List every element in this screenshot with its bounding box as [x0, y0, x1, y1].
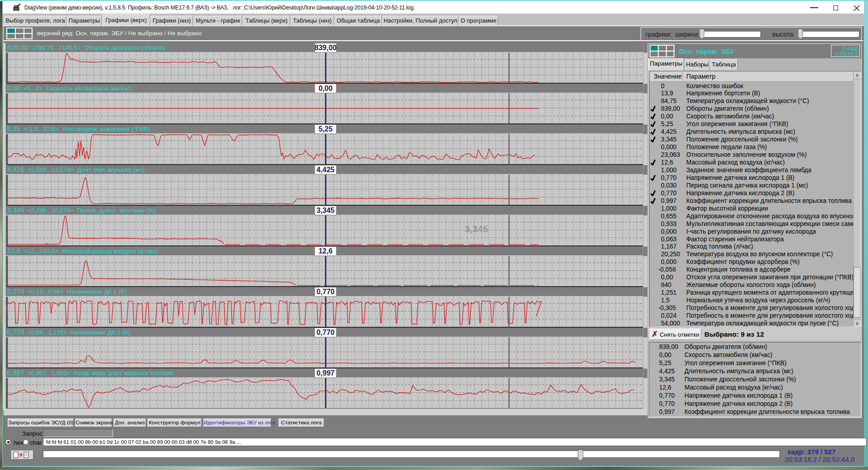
- svg-text:4,425: 4,425: [316, 166, 335, 174]
- svg-text:0,997 <0,907...1,092> Коэф.: 0,997 <0,907...1,092> Коэф. корр. длит. …: [7, 369, 173, 376]
- svg-text:0,997: 0,997: [316, 369, 335, 377]
- svg-text:4,425 <2,599...13,574> Длит.: 4,425 <2,599...13,574> Длит. имп. впрыск…: [7, 165, 145, 173]
- svg-text:0,00 <0...0> Скорость автомо: 0,00 <0...0> Скорость автомобиля (км/час…: [7, 84, 132, 92]
- svg-text:0,770: 0,770: [316, 329, 335, 336]
- svg-text:3,345: 3,345: [465, 224, 488, 234]
- svg-text:0,00: 0,00: [318, 85, 332, 92]
- svg-text:12,6 <12...100,3> Массовый р: 12,6 <12...100,3> Массовый расход воздух…: [7, 247, 158, 254]
- svg-text:839,00 <796,75...3145,5> Обо: 839,00 <796,75...3145,5> Обороты двигате…: [7, 43, 165, 51]
- svg-text:12,6: 12,6: [318, 247, 332, 255]
- svg-text:5,25: 5,25: [318, 125, 332, 133]
- svg-text:0,770 <0,13...0,96> Напряжен: 0,770 <0,13...0,96> Напряжение ДК 1 (В): [7, 287, 127, 295]
- svg-text:839,00: 839,00: [315, 44, 337, 52]
- svg-text:0,770: 0,770: [316, 288, 335, 296]
- svg-text:0,770 <0,68...1,275> Напряже: 0,770 <0,68...1,275> Напряжение ДК 2 (В): [7, 328, 130, 336]
- svg-text:5,25 <-1,5...37,5> Угол опер: 5,25 <-1,5...37,5> Угол опереж. зажигани…: [7, 125, 150, 132]
- svg-text:3,345: 3,345: [316, 207, 335, 214]
- svg-text:3,345 <3,296...20,874> Полож: 3,345 <3,296...20,874> Полож. дросс. зас…: [7, 206, 156, 214]
